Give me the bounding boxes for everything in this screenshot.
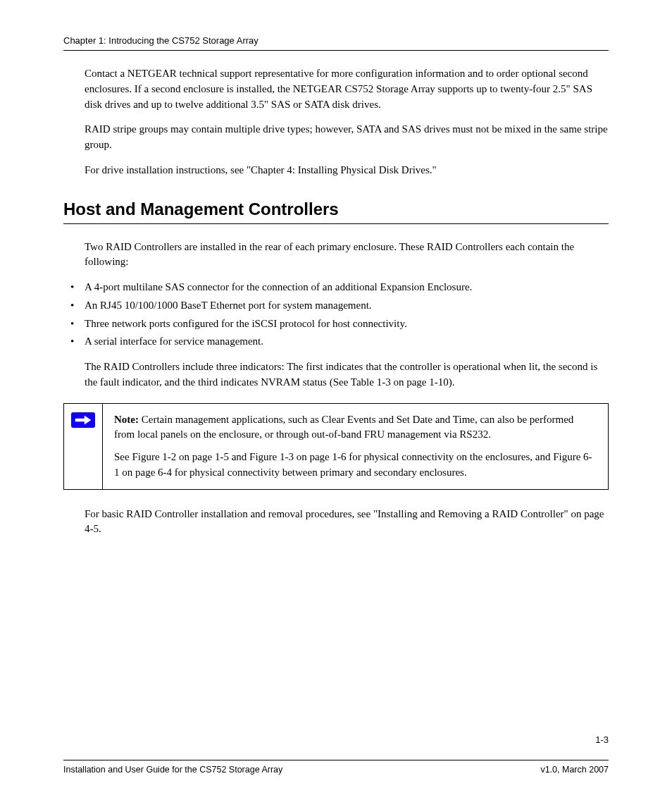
page-number: 1-3 [595, 734, 609, 745]
section-closing: For basic RAID Controller installation a… [85, 507, 609, 538]
arrow-right-icon [71, 412, 95, 428]
page-header: Chapter 1: Introducing the CS752 Storage… [63, 35, 609, 51]
header-chapter-title: Chapter 1: Introducing the CS752 Storage… [63, 35, 609, 46]
footer-rule [63, 760, 609, 760]
controller-feature-list: A 4-port multilane SAS connector for the… [63, 280, 609, 350]
section-rule [63, 223, 609, 224]
list-item: An RJ45 10/100/1000 BaseT Ethernet port … [63, 298, 609, 314]
intro-paragraph-3: For drive installation instructions, see… [85, 163, 609, 178]
note-icon-cell [64, 404, 103, 489]
note-callout: Note: Certain management applications, s… [63, 403, 609, 490]
list-item: A 4-port multilane SAS connector for the… [63, 280, 609, 295]
intro-paragraph-1: Contact a NETGEAR technical support repr… [85, 66, 609, 112]
list-item: A serial interface for service managemen… [63, 334, 609, 350]
list-item: Three network ports configured for the i… [63, 316, 609, 332]
footer-row: Installation and User Guide for the CS75… [63, 765, 609, 775]
intro-paragraph-2: RAID stripe groups may contain multiple … [85, 122, 609, 153]
page: Chapter 1: Introducing the CS752 Storage… [0, 0, 672, 807]
section-after-list: The RAID Controllers include three indic… [85, 359, 609, 390]
footer-left: Installation and User Guide for the CS75… [63, 765, 282, 775]
note-label: Note: [114, 414, 139, 425]
section-heading: Host and Management Controllers [63, 199, 609, 219]
section-lead: Two RAID Controllers are installed in th… [85, 240, 609, 271]
note-text-2: See Figure 1-2 on page 1-5 and Figure 1-… [114, 450, 597, 481]
note-text-1: Certain management applications, such as… [114, 414, 573, 441]
footer-right: v1.0, March 2007 [540, 765, 609, 775]
page-footer: Installation and User Guide for the CS75… [63, 760, 609, 775]
note-content: Note: Certain management applications, s… [103, 404, 608, 489]
